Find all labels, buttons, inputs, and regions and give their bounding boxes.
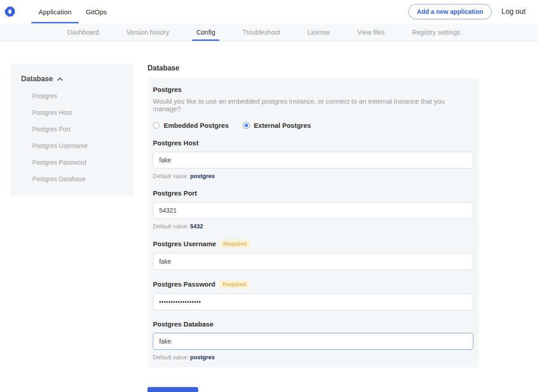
postgres-host-label: Postgres Host <box>153 139 199 147</box>
tab-gitops[interactable]: GitOps <box>78 0 114 23</box>
postgres-port-input[interactable] <box>153 202 473 219</box>
chevron-up-icon <box>57 75 63 83</box>
sidebar-item-postgres[interactable]: Postgres <box>21 87 122 104</box>
sidebar-item-postgres-username[interactable]: Postgres Username <box>21 137 122 154</box>
postgres-port-label: Postgres Port <box>153 189 197 197</box>
subnav-tab-version-history[interactable]: Version history <box>126 23 169 41</box>
postgres-port-default: Default value: 5432 <box>153 223 473 230</box>
config-group-card: Postgres Would you like to use an embedd… <box>148 78 478 367</box>
page-title: Database <box>148 64 478 72</box>
config-main: Database Postgres Would you like to use … <box>148 64 478 392</box>
subnav-tab-view-files[interactable]: View files <box>357 23 385 41</box>
tab-application-label: Application <box>39 8 71 16</box>
radio-external-postgres[interactable]: External Postgres <box>243 122 311 129</box>
postgres-database-input[interactable] <box>153 333 473 350</box>
field-postgres-username: Postgres Username Required <box>153 240 473 270</box>
field-postgres-database: Postgres Database Default value: postgre… <box>153 320 473 361</box>
postgres-username-label: Postgres Username <box>153 240 216 248</box>
logout-button[interactable]: Log out <box>502 8 525 16</box>
top-nav: Application GitOps Add a new application… <box>0 0 538 23</box>
postgres-username-input[interactable] <box>153 253 473 270</box>
radio-checked-icon[interactable] <box>243 122 250 129</box>
required-badge: Required <box>220 240 250 248</box>
sidebar-item-postgres-host[interactable]: Postgres Host <box>21 104 122 121</box>
config-sidebar: Database Postgres Postgres Host Postgres… <box>10 64 134 196</box>
save-config-button[interactable]: Save config <box>148 387 198 392</box>
radio-unchecked-icon[interactable] <box>153 122 160 129</box>
tab-application[interactable]: Application <box>31 0 78 23</box>
sidebar-item-postgres-database[interactable]: Postgres Database <box>21 170 122 187</box>
field-postgres-password: Postgres Password Required <box>153 280 473 310</box>
subnav-tab-config[interactable]: Config <box>192 23 219 41</box>
field-postgres-port: Postgres Port Default value: 5432 <box>153 189 473 230</box>
postgres-password-input[interactable] <box>153 293 473 310</box>
required-badge: Required <box>219 280 249 288</box>
postgres-host-input[interactable] <box>153 152 473 169</box>
radio-external-postgres-label: External Postgres <box>254 122 311 129</box>
sidebar-item-postgres-password[interactable]: Postgres Password <box>21 154 122 170</box>
app-subnav: Dashboard Version history Config Trouble… <box>0 23 538 41</box>
subnav-tab-dashboard[interactable]: Dashboard <box>67 23 99 41</box>
tab-gitops-label: GitOps <box>86 8 107 16</box>
radio-embedded-postgres-label: Embedded Postgres <box>164 122 229 129</box>
postgres-database-label: Postgres Database <box>153 320 213 328</box>
sidebar-group-label: Database <box>21 75 53 83</box>
config-page: Database Postgres Postgres Host Postgres… <box>0 41 538 392</box>
postgres-host-default: Default value: postgres <box>153 173 473 179</box>
add-application-button[interactable]: Add a new application <box>408 4 492 19</box>
subnav-tab-registry-settings[interactable]: Registry settings <box>412 23 460 41</box>
sidebar-item-postgres-port[interactable]: Postgres Port <box>21 121 122 137</box>
postgres-database-default: Default value: postgres <box>153 354 473 361</box>
sidebar-group-database[interactable]: Database <box>21 75 122 83</box>
subnav-tab-troubleshoot[interactable]: Troubleshoot <box>243 23 280 41</box>
app-logo-icon <box>4 6 15 17</box>
postgres-group-label: Postgres <box>153 86 473 93</box>
field-postgres-host: Postgres Host Default value: postgres <box>153 139 473 179</box>
postgres-group-help: Would you like to use an embedded postgr… <box>153 97 473 113</box>
postgres-type-radio-group: Embedded Postgres External Postgres <box>153 122 473 129</box>
radio-embedded-postgres[interactable]: Embedded Postgres <box>153 122 229 129</box>
primary-tabs: Application GitOps <box>31 0 114 23</box>
subnav-tab-license[interactable]: License <box>308 23 330 41</box>
postgres-password-label: Postgres Password <box>153 280 215 288</box>
